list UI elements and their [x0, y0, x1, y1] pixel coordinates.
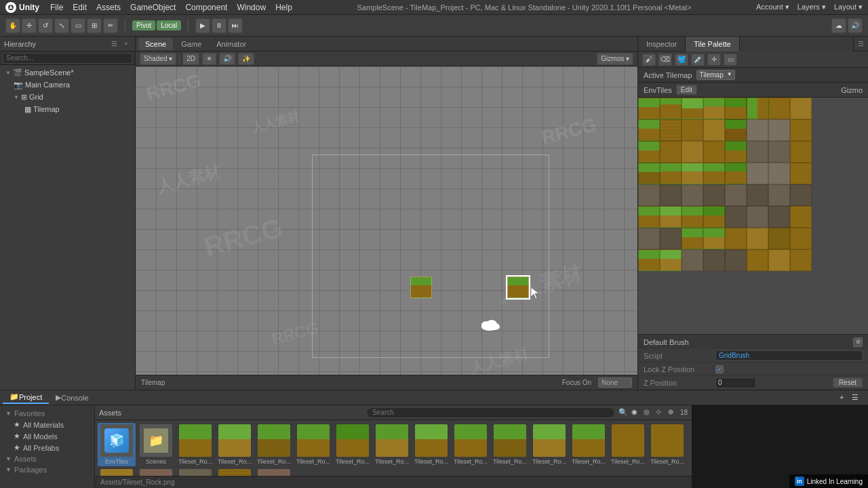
- all-models-item[interactable]: ★ All Models: [0, 430, 94, 442]
- audio-btn[interactable]: 🔊: [848, 18, 863, 33]
- env-edit-btn[interactable]: Edit: [676, 85, 697, 95]
- asset-tileset-10[interactable]: Tileset_Ro...: [530, 423, 568, 466]
- asset-tileset-9[interactable]: Tileset_Ro...: [491, 423, 529, 466]
- tp-rect-btn[interactable]: ▭: [724, 54, 737, 66]
- asset-tileset-15[interactable]: Tileset_Ro...: [137, 468, 175, 476]
- tile-palette-preview[interactable]: [638, 98, 868, 334]
- asset-tileset-17[interactable]: Tileset_Ro...: [216, 468, 254, 476]
- scale-tool[interactable]: ⤡: [54, 18, 69, 33]
- asset-scenes[interactable]: 📁 Scenes: [137, 423, 175, 466]
- menu-help[interactable]: Help: [275, 3, 292, 12]
- scene-canvas[interactable]: RRCG 人人素材 人人素材 RRCG RRCG 人人素材 RRCG 人人素材: [136, 66, 637, 375]
- filter-btn-1[interactable]: ◉: [631, 408, 641, 418]
- asset-tileset-14[interactable]: Tileset_Ro...: [98, 468, 136, 476]
- add-asset-btn[interactable]: +: [840, 393, 849, 403]
- menu-file[interactable]: File: [50, 3, 63, 12]
- menu-window[interactable]: Window: [237, 3, 266, 12]
- animator-tab[interactable]: Animator: [210, 38, 253, 50]
- local-btn[interactable]: Local: [157, 20, 181, 30]
- hierarchy-item-tilemap[interactable]: ▦ Tilemap: [0, 103, 135, 115]
- search-icon[interactable]: 🔍: [618, 407, 629, 418]
- asset-tileset-1[interactable]: Tileset_Ro...: [176, 423, 214, 466]
- multi-tool[interactable]: ⊞: [87, 18, 102, 33]
- hand-tool[interactable]: ✋: [5, 18, 20, 33]
- asset-tileset-3[interactable]: Tileset_Ro...: [255, 423, 293, 466]
- asset-tileset-16[interactable]: Tileset_Ro...: [176, 468, 214, 476]
- menu-assets[interactable]: Assets: [96, 3, 121, 12]
- 2d-btn[interactable]: 2D: [182, 53, 199, 65]
- lock-z-checkbox[interactable]: ✓: [715, 365, 724, 373]
- bottom-menu-btn[interactable]: ☰: [852, 393, 861, 403]
- pivot-btn[interactable]: Pivot: [132, 20, 155, 30]
- hierarchy-menu-btn[interactable]: ☰: [109, 39, 119, 49]
- asset-tileset-13[interactable]: Tileset_Ro...: [648, 423, 686, 466]
- lighting-btn[interactable]: ☀: [202, 53, 216, 65]
- console-tab[interactable]: ▶ Console: [49, 392, 95, 404]
- hierarchy-search-input[interactable]: [3, 53, 132, 64]
- folder-icon: 📁: [144, 428, 168, 453]
- rect-tool[interactable]: ▭: [71, 18, 85, 33]
- favorites-section[interactable]: ▼ Favorites: [0, 408, 94, 419]
- project-tab[interactable]: 📁 Project: [3, 392, 49, 404]
- layers-btn[interactable]: Layers ▾: [797, 3, 826, 12]
- asset-tileset-6[interactable]: Tileset_Ro...: [373, 423, 411, 466]
- shaded-btn[interactable]: Shaded ▾: [140, 53, 176, 65]
- step-btn[interactable]: ⏭: [228, 18, 243, 33]
- custom-tool[interactable]: ✏: [103, 18, 118, 33]
- audio-scene-btn[interactable]: 🔊: [219, 53, 235, 65]
- asset-tileset-18[interactable]: Tileset_Ro...: [255, 468, 293, 476]
- play-btn[interactable]: ▶: [195, 18, 210, 33]
- fx-btn[interactable]: ✨: [238, 53, 254, 65]
- db-gear-btn[interactable]: ⚙: [853, 338, 863, 347]
- filter-btn-3[interactable]: ⊹: [656, 408, 665, 418]
- pause-btn[interactable]: ⏸: [212, 18, 226, 33]
- move-tool[interactable]: ✛: [22, 18, 37, 33]
- asset-tileset-2[interactable]: Tileset_Ro...: [216, 423, 254, 466]
- asset-tileset-8[interactable]: Tileset_Ro...: [452, 423, 490, 466]
- filter-btn-2[interactable]: ◎: [644, 408, 653, 418]
- asset-tileset-7[interactable]: Tileset_Ro...: [412, 423, 450, 466]
- hierarchy-add-btn[interactable]: +: [121, 39, 131, 49]
- scene-tab[interactable]: Scene: [138, 38, 173, 50]
- inspector-tab[interactable]: Inspector: [638, 37, 686, 52]
- scene-tile-2-selected[interactable]: [507, 277, 529, 298]
- right-panel-menu[interactable]: ☰: [853, 37, 868, 52]
- scene-tile-1[interactable]: [410, 277, 432, 298]
- menu-edit[interactable]: Edit: [73, 3, 87, 12]
- hierarchy-item-samplescene[interactable]: ▼ 🎬 SampleScene*: [0, 66, 135, 79]
- asset-tileset-12[interactable]: Tileset_Ro...: [609, 423, 647, 466]
- packages-section[interactable]: ▼ Packages: [0, 464, 94, 475]
- tp-pick-btn[interactable]: 💉: [691, 54, 705, 66]
- tile-palette-tab[interactable]: Tile Palette: [686, 37, 740, 52]
- tp-tile: [638, 141, 660, 163]
- tp-move-btn[interactable]: ✛: [707, 54, 721, 66]
- active-tilemap-dropdown[interactable]: Tilemap ▼: [696, 70, 735, 80]
- asset-tileset-5[interactable]: Tileset_Ro...: [334, 423, 372, 466]
- focus-on-dropdown[interactable]: None: [598, 378, 632, 388]
- z-position-input[interactable]: [715, 378, 756, 388]
- account-btn[interactable]: Account ▾: [756, 3, 789, 12]
- gizmos-btn[interactable]: Gizmos ▾: [597, 53, 633, 65]
- hierarchy-item-grid[interactable]: ▼ ⊞ Grid: [0, 91, 135, 103]
- filter-btn-4[interactable]: ⊛: [668, 408, 677, 418]
- all-prefabs-item[interactable]: ★ All Prefabs: [0, 442, 94, 453]
- asset-envtiles[interactable]: 🧊 EnvTiles: [98, 423, 136, 466]
- asset-tileset-4[interactable]: Tileset_Ro...: [294, 423, 332, 466]
- tp-fill-btn[interactable]: 🪣: [675, 54, 688, 66]
- reset-btn[interactable]: Reset: [833, 378, 863, 388]
- assets-main: Assets 🔍 ◉ ◎ ⊹ ⊛ 18 🧊 EnvTiles: [95, 405, 692, 488]
- assets-section[interactable]: ▼ Assets: [0, 453, 94, 464]
- menu-gameobject[interactable]: GameObject: [130, 3, 176, 12]
- all-materials-item[interactable]: ★ All Materials: [0, 419, 94, 430]
- rotate-tool[interactable]: ↺: [38, 18, 53, 33]
- tp-erase-btn[interactable]: ⌫: [658, 54, 672, 66]
- game-tab[interactable]: Game: [174, 38, 208, 50]
- assets-search-input[interactable]: [366, 407, 615, 418]
- assets-header-label: Assets: [99, 409, 121, 417]
- tp-paint-btn[interactable]: 🖌: [642, 54, 656, 66]
- asset-tileset-11[interactable]: Tileset_Ro...: [570, 423, 608, 466]
- menu-component[interactable]: Component: [185, 3, 227, 12]
- layout-btn[interactable]: Layout ▾: [834, 3, 863, 12]
- hierarchy-item-maincamera[interactable]: 📷 Main Camera: [0, 79, 135, 91]
- cloud-btn[interactable]: ☁: [831, 18, 846, 33]
